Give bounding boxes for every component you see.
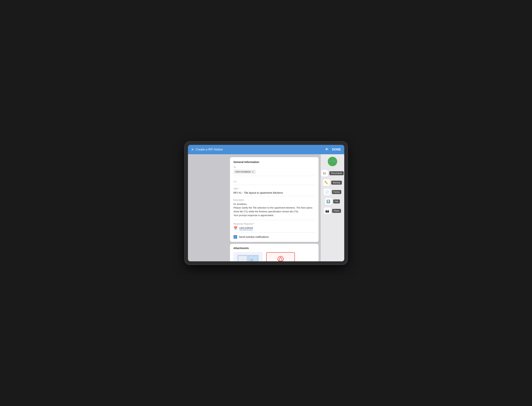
- date-field[interactable]: 📅 13/11/2019: [233, 226, 315, 232]
- cc-field-group: CC: [233, 179, 315, 185]
- page-title: Create a RFI Notice: [196, 148, 223, 151]
- top-bar-right: 👁 DONE: [325, 147, 341, 152]
- markup-label: Markup: [331, 181, 342, 185]
- upload-icon: ⬆️: [326, 199, 330, 203]
- general-info-card: General Information To AXA Architects ✕: [230, 157, 319, 242]
- folder-icon: 🗂: [323, 171, 326, 175]
- response-label: Response Required: [233, 223, 315, 225]
- paperclip-icon: 📎: [329, 158, 336, 165]
- top-bar-left: ✕ Create a RFI Notice: [191, 148, 223, 152]
- top-bar: ✕ Create a RFI Notice 👁 DONE: [188, 145, 344, 154]
- close-button[interactable]: ✕: [191, 148, 194, 152]
- to-tag: AXA Architects ✕: [233, 170, 256, 174]
- attachment-thumb-blueprint[interactable]: A1.03: [233, 252, 262, 261]
- sidebar-item-markup[interactable]: ✏️ Markup: [323, 179, 342, 186]
- attachment-item-blueprint: A1.03 A1.03 - Level 1 plan Rev B.pdf 🗑: [233, 252, 262, 261]
- document-icon: 📄: [325, 190, 329, 194]
- photo-label: Photo: [332, 209, 341, 213]
- to-tag-text: AXA Architects: [235, 170, 251, 173]
- forms-icon-btn[interactable]: 📄: [324, 189, 330, 196]
- svg-point-11: [250, 259, 253, 261]
- preview-icon[interactable]: 👁: [325, 147, 329, 152]
- markup-icon-btn[interactable]: ✏️: [323, 179, 330, 186]
- date-value[interactable]: 13/11/2019: [239, 226, 253, 230]
- left-area: [188, 154, 228, 261]
- attachment-item-pdf: PDF A1.03 - Level 1 plan Rev B.pdf 🗑: [266, 252, 295, 261]
- to-field-group: To AXA Architects ✕: [233, 166, 315, 176]
- done-button[interactable]: DONE: [332, 148, 341, 151]
- notification-checkbox[interactable]: ✓: [233, 235, 237, 239]
- file-icon-btn[interactable]: ⬆️: [325, 198, 332, 205]
- checkmark-icon: ✓: [234, 236, 236, 238]
- documents-icon-btn[interactable]: 🗂: [321, 170, 328, 177]
- sidebar-item-file[interactable]: ⬆️ File: [325, 198, 340, 205]
- main-content: General Information To AXA Architects ✕: [188, 154, 344, 261]
- right-sidebar: 📎 🗂 Documents ✏️ Markup 📄: [321, 154, 344, 261]
- description-label: Description: [233, 199, 315, 201]
- description-text[interactable]: Hi Jonathan,Please clarify the Tile sele…: [233, 202, 315, 218]
- sidebar-item-documents[interactable]: 🗂 Documents: [321, 170, 344, 177]
- description-field-group: Description Hi Jonathan,Please clarify t…: [233, 199, 315, 220]
- forms-label: Forms: [332, 190, 341, 194]
- tablet-frame: ✕ Create a RFI Notice 👁 DONE General Inf…: [185, 142, 348, 265]
- attachments-grid: A1.03 A1.03 - Level 1 plan Rev B.pdf 🗑: [233, 252, 315, 261]
- documents-label: Documents: [329, 171, 344, 175]
- to-label: To: [233, 166, 315, 168]
- notification-label: Send overdue notifications: [239, 235, 269, 238]
- attach-fab-button[interactable]: 📎: [328, 157, 337, 166]
- cc-field[interactable]: CC: [233, 179, 315, 185]
- tag-remove-icon[interactable]: ✕: [252, 170, 254, 173]
- attachments-title: Attachments: [233, 247, 315, 250]
- blueprint-preview: A1.03: [234, 252, 262, 261]
- blueprint-svg: A1.03: [236, 254, 260, 261]
- title-value[interactable]: RFI #1 - Tile layout to apartment kitche…: [233, 191, 315, 194]
- attachments-card: Attachments: [230, 244, 319, 261]
- pencil-icon: ✏️: [324, 181, 328, 185]
- to-field[interactable]: AXA Architects ✕: [233, 170, 315, 176]
- photo-icon-btn[interactable]: 📷: [324, 207, 331, 214]
- response-field-group: Response Required 📅 13/11/2019: [233, 223, 315, 232]
- sidebar-item-forms[interactable]: 📄 Forms: [324, 189, 341, 196]
- center-area[interactable]: General Information To AXA Architects ✕: [228, 154, 321, 261]
- sidebar-item-photo[interactable]: 📷 Photo: [324, 207, 341, 214]
- cc-label: CC: [233, 180, 237, 183]
- acrobat-svg: [276, 255, 285, 261]
- title-field-group: Title RFI #1 - Tile layout to apartment …: [233, 188, 315, 196]
- pdf-preview: PDF: [266, 252, 295, 261]
- title-label: Title: [233, 188, 315, 190]
- general-info-title: General Information: [233, 160, 315, 163]
- tablet-screen: ✕ Create a RFI Notice 👁 DONE General Inf…: [188, 145, 344, 261]
- file-label: File: [333, 199, 340, 203]
- attachment-thumb-pdf[interactable]: PDF: [266, 252, 295, 261]
- camera-icon: 📷: [325, 209, 329, 213]
- calendar-icon: 📅: [233, 226, 238, 230]
- notification-row[interactable]: ✓ Send overdue notifications: [233, 235, 315, 239]
